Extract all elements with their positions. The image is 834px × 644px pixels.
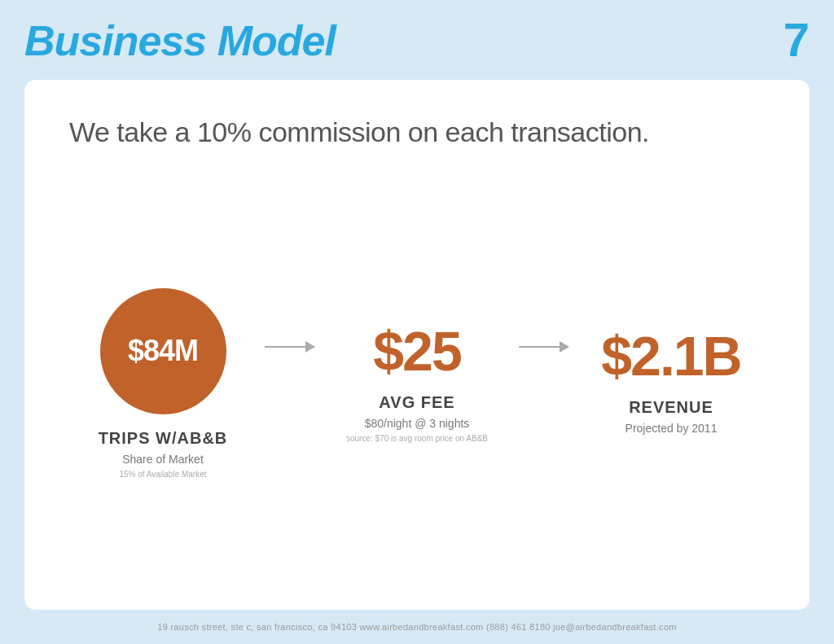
arrow-1 — [257, 341, 323, 426]
page-number: 7 — [784, 16, 810, 64]
fee-label: AVG FEE — [379, 393, 454, 412]
arrow-shape-1 — [265, 341, 315, 353]
fee-sublabel: $80/night @ 3 nights — [365, 417, 470, 430]
metric-trips: $84M TRIPS W/AB&B Share of Market 15% of… — [69, 288, 257, 479]
trips-source: 15% of Available Market — [119, 470, 206, 479]
arrow-head-2 — [560, 341, 569, 353]
revenue-value: $2.1B — [601, 328, 740, 383]
trips-sublabel: Share of Market — [122, 453, 204, 466]
fee-source: source: $70 is avg room price on AB&B — [346, 434, 488, 443]
slide-footer: 19 rausch street, ste c, san francisco, … — [24, 622, 810, 632]
arrow-shape-2 — [519, 341, 569, 353]
fee-value: $25 — [373, 323, 460, 379]
slide-header: Business Model 7 — [24, 16, 810, 65]
metrics-row: $84M TRIPS W/AB&B Share of Market 15% of… — [69, 189, 765, 577]
slide-title: Business Model — [24, 16, 336, 65]
revenue-sublabel: Projected by 2011 — [626, 422, 718, 435]
metric-revenue: $2.1B REVENUE Projected by 2011 — [577, 328, 765, 439]
revenue-label: REVENUE — [629, 398, 713, 417]
trips-value: $84M — [128, 334, 198, 368]
trips-circle: $84M — [100, 288, 226, 414]
tagline: We take a 10% commission on each transac… — [69, 116, 765, 148]
metric-fee: $25 AVG FEE $80/night @ 3 nights source:… — [323, 323, 511, 443]
arrow-line-2 — [519, 346, 560, 348]
main-card: We take a 10% commission on each transac… — [24, 80, 810, 610]
arrow-2 — [511, 341, 577, 426]
trips-label: TRIPS W/AB&B — [99, 429, 228, 448]
footer-text: 19 rausch street, ste c, san francisco, … — [157, 622, 677, 632]
arrow-head-1 — [305, 341, 315, 353]
arrow-line-1 — [265, 346, 305, 348]
